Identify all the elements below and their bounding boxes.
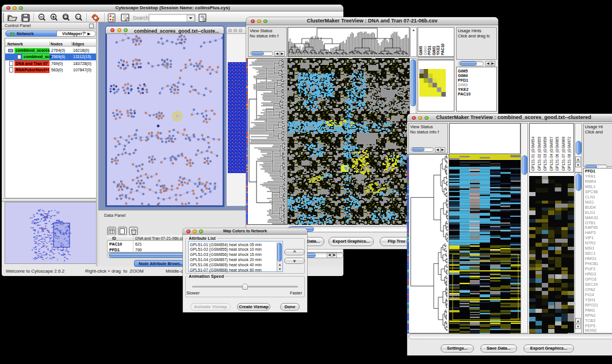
svg-text:Search:: Search: [133,15,150,21]
svg-text:1:1: 1:1 [76,16,81,19]
